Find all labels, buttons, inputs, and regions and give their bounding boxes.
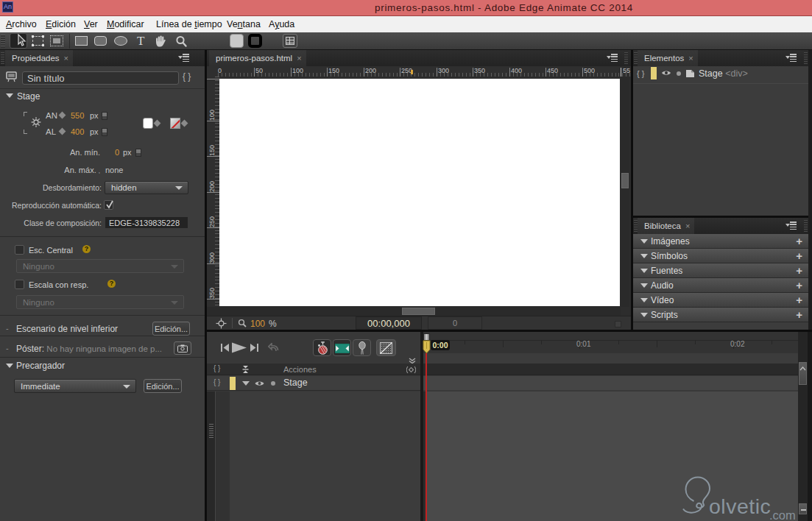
svg-text:olvetic: olvetic xyxy=(709,495,771,518)
svg-text:.com: .com xyxy=(769,508,796,521)
